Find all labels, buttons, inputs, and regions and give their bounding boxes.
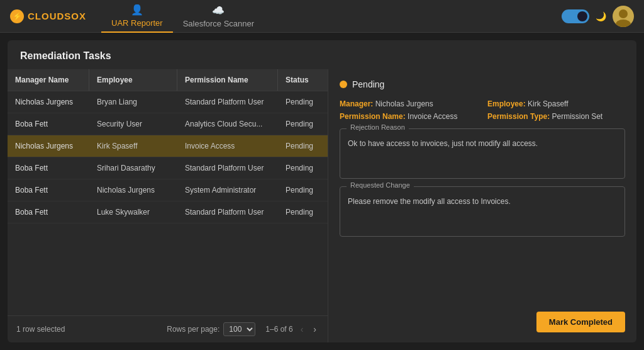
col-status: Status (278, 69, 328, 91)
cell-manager-4: Boba Fett (8, 179, 89, 201)
employee-label: Employee: (487, 99, 526, 108)
cell-manager-1: Boba Fett (8, 113, 89, 135)
col-manager: Manager Name (8, 69, 89, 91)
rows-per-page: Rows per page: 100 50 25 (167, 322, 255, 336)
requested-change-box: Requested Change Please remove the modif… (340, 186, 625, 237)
cell-status-2: Pending (278, 135, 328, 157)
cell-status-5: Pending (278, 201, 328, 223)
cell-permission-4: System Administrator (177, 179, 278, 201)
rejection-reason-box: Rejection Reason Ok to have access to in… (340, 128, 625, 179)
cell-status-3: Pending (278, 157, 328, 179)
cell-employee-3: Srihari Dasarathy (89, 157, 177, 179)
logo-icon: ⚡ (10, 9, 24, 23)
cell-employee-2: Kirk Spaseff (89, 135, 177, 157)
status-row: Pending (340, 79, 625, 89)
nav-tabs: 👤 UAR Reporter ☁️ Salesforce Scanner (101, 0, 562, 33)
meta-permission-type: Permission Type: Permission Set (487, 112, 625, 121)
detail-area: Pending Manager: Nicholas Jurgens Employ… (328, 69, 636, 342)
table-row[interactable]: Nicholas Jurgens Bryan Liang Standard Pl… (8, 91, 328, 113)
pagination: 1–6 of 6 ‹ › (265, 323, 319, 336)
top-nav: ⚡ CLOUDSOX 👤 UAR Reporter ☁️ Salesforce … (0, 0, 644, 33)
cell-manager-5: Boba Fett (8, 201, 89, 223)
col-employee: Employee (89, 69, 177, 91)
employee-value: Kirk Spaseff (528, 99, 568, 108)
pagination-label: 1–6 of 6 (265, 325, 292, 334)
mark-completed-button[interactable]: Mark Completed (536, 312, 625, 332)
meta-permission-name: Permission Name: Invoice Access (340, 112, 477, 121)
cell-manager-2: Nicholas Jurgens (8, 135, 89, 157)
meta-employee: Employee: Kirk Spaseff (487, 99, 625, 108)
manager-label: Manager: (340, 99, 373, 108)
cell-permission-2: Invoice Access (177, 135, 278, 157)
table-row[interactable]: Boba Fett Luke Skywalker Standard Platfo… (8, 201, 328, 223)
detail-meta: Manager: Nicholas Jurgens Employee: Kirk… (340, 99, 625, 121)
prev-page-button[interactable]: ‹ (298, 323, 306, 336)
nav-right: 🌙 (562, 6, 634, 27)
col-permission: Permission Name (177, 69, 278, 91)
table-footer: 1 row selected Rows per page: 100 50 25 … (8, 315, 328, 342)
content-split: Manager Name Employee Permission Name St… (8, 69, 636, 342)
main-card: Remediation Tasks Manager Name Employee … (8, 40, 636, 342)
svg-point-1 (616, 20, 631, 27)
cell-employee-4: Nicholas Jurgens (89, 179, 177, 201)
table-row[interactable]: Boba Fett Security User Analytics Cloud … (8, 113, 328, 135)
moon-icon: 🌙 (596, 11, 606, 21)
meta-manager: Manager: Nicholas Jurgens (340, 99, 477, 108)
status-dot (340, 81, 347, 88)
uar-reporter-icon: 👤 (131, 4, 143, 16)
cell-employee-5: Luke Skywalker (89, 201, 177, 223)
dark-mode-toggle[interactable] (562, 9, 589, 23)
cell-permission-3: Standard Platform User (177, 157, 278, 179)
rejection-reason-text: Ok to have access to invoices, just not … (348, 138, 617, 149)
table-row[interactable]: Boba Fett Nicholas Jurgens System Admini… (8, 179, 328, 201)
tab-uar-reporter[interactable]: 👤 UAR Reporter (101, 0, 173, 33)
svg-point-0 (619, 9, 628, 18)
rejection-reason-legend: Rejection Reason (347, 123, 409, 131)
permission-name-label: Permission Name: (340, 112, 406, 121)
detail-footer: Mark Completed (340, 307, 625, 332)
rows-per-page-label: Rows per page: (167, 325, 219, 334)
cell-permission-5: Standard Platform User (177, 201, 278, 223)
permission-type-label: Permission Type: (487, 112, 550, 121)
cell-status-1: Pending (278, 113, 328, 135)
requested-change-text: Please remove the modify all access to I… (348, 196, 617, 207)
table-area: Manager Name Employee Permission Name St… (8, 69, 328, 342)
permission-type-value: Permission Set (552, 112, 602, 121)
page-title: Remediation Tasks (8, 40, 636, 69)
table-row[interactable]: Nicholas Jurgens Kirk Spaseff Invoice Ac… (8, 135, 328, 157)
cell-manager-3: Boba Fett (8, 157, 89, 179)
salesforce-scanner-icon: ☁️ (212, 4, 225, 16)
row-selected-label: 1 row selected (16, 325, 65, 334)
table-body: Nicholas Jurgens Bryan Liang Standard Pl… (8, 91, 328, 315)
manager-value: Nicholas Jurgens (375, 99, 433, 108)
logo-text: CLOUDSOX (28, 11, 86, 21)
cell-employee-1: Security User (89, 113, 177, 135)
tab-uar-reporter-label: UAR Reporter (111, 18, 163, 28)
cell-status-0: Pending (278, 91, 328, 113)
permission-name-value: Invoice Access (408, 112, 457, 121)
rows-per-page-select[interactable]: 100 50 25 (223, 322, 255, 336)
cell-permission-1: Analytics Cloud Secu... (177, 113, 278, 135)
status-label: Pending (352, 79, 384, 89)
table-row[interactable]: Boba Fett Srihari Dasarathy Standard Pla… (8, 157, 328, 179)
cell-status-4: Pending (278, 179, 328, 201)
tab-salesforce-scanner-label: Salesforce Scanner (183, 19, 254, 28)
cell-permission-0: Standard Platform User (177, 91, 278, 113)
table-header: Manager Name Employee Permission Name St… (8, 69, 328, 91)
requested-change-legend: Requested Change (347, 181, 414, 189)
avatar[interactable] (613, 6, 634, 27)
next-page-button[interactable]: › (311, 323, 319, 336)
cell-employee-0: Bryan Liang (89, 91, 177, 113)
cell-manager-0: Nicholas Jurgens (8, 91, 89, 113)
tab-salesforce-scanner[interactable]: ☁️ Salesforce Scanner (173, 1, 264, 32)
logo-area: ⚡ CLOUDSOX (10, 9, 86, 23)
